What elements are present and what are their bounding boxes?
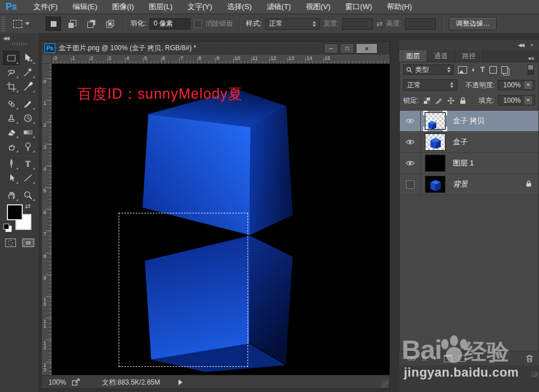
filter-shape-layers-icon[interactable] (489, 66, 497, 74)
add-to-selection-button[interactable] (64, 17, 80, 31)
path-selection-tool[interactable] (3, 171, 19, 185)
layer-visibility-eye-icon[interactable] (400, 111, 421, 131)
feather-input[interactable]: 0 像素 (149, 18, 191, 30)
close-panel-icon[interactable]: × (530, 42, 533, 48)
refine-edge-button[interactable]: 调整边缘… (449, 17, 497, 30)
lock-all-icon[interactable] (459, 96, 467, 105)
panel-tab-1[interactable]: 通道 (427, 50, 455, 62)
zoom-level[interactable]: 100% (48, 378, 66, 386)
crop-tool[interactable] (3, 79, 19, 94)
collapse-dock-icon[interactable]: ◀◀ (3, 35, 9, 41)
eyedropper-tool[interactable] (19, 79, 36, 94)
type-tool[interactable]: T (19, 156, 36, 171)
tool-preset-picker[interactable] (10, 19, 33, 29)
smudge-tool[interactable] (3, 139, 19, 153)
menu-item-7[interactable]: 视图(V) (298, 0, 338, 14)
layer-name[interactable]: 背景 (453, 179, 468, 189)
options-bar-grip[interactable] (1, 17, 5, 31)
delete-layer-icon[interactable] (526, 354, 533, 362)
history-brush-tool[interactable] (19, 111, 36, 125)
menu-item-3[interactable]: 图层(L) (141, 0, 180, 14)
filter-adjustment-layers-icon[interactable]: ◐ (472, 66, 476, 74)
zoom-tool[interactable] (19, 188, 36, 202)
screen-mode-button[interactable] (22, 239, 34, 247)
layer-row-0[interactable]: 盒子 拷贝 (400, 111, 538, 132)
layer-row-2[interactable]: 图层 1 (400, 153, 538, 174)
layer-thumbnail[interactable] (425, 134, 445, 151)
move-tool[interactable] (19, 51, 36, 65)
menu-item-9[interactable]: 帮助(H) (379, 0, 419, 14)
close-button[interactable]: × (356, 43, 378, 54)
export-icon[interactable] (72, 378, 80, 386)
menu-item-0[interactable]: 文件(F) (26, 0, 66, 14)
status-options-icon[interactable] (179, 379, 183, 385)
filter-pixel-layers-icon[interactable] (458, 66, 467, 74)
document-titlebar[interactable]: Ps 盒子图片.png @ 100% (盒子 拷贝, RGB/8#) * ─ □… (42, 42, 390, 55)
menu-item-6[interactable]: 滤镜(T) (259, 0, 298, 14)
filter-type-layers-icon[interactable]: T (480, 66, 484, 74)
clone-stamp-tool[interactable] (3, 111, 19, 125)
filter-smart-objects-icon[interactable] (501, 66, 508, 74)
menu-item-1[interactable]: 编辑(E) (65, 0, 104, 14)
healing-brush-tool[interactable] (3, 96, 19, 111)
new-layer-icon[interactable] (459, 355, 465, 362)
panel-tab-2[interactable]: 路径 (455, 50, 483, 62)
filter-toggle-switch[interactable] (528, 64, 534, 75)
layer-thumbnail[interactable] (425, 112, 445, 130)
window-resize-grip[interactable] (381, 380, 388, 387)
layer-name[interactable]: 图层 1 (453, 158, 474, 168)
panel-tab-0[interactable]: 图层 (399, 50, 427, 62)
layer-row-3[interactable]: 背景 (400, 174, 538, 195)
fill-dropdown-button[interactable] (524, 96, 532, 104)
collapse-panels-icon[interactable]: ◀◀ (518, 42, 524, 48)
swap-colors-icon[interactable]: ⇄ (25, 202, 31, 210)
fill-dropdown[interactable]: 100% (498, 95, 535, 106)
layer-visibility-eye-icon[interactable] (400, 132, 421, 152)
antialias-checkbox[interactable] (194, 20, 202, 28)
tool-dock-grip[interactable] (12, 43, 27, 45)
layer-style-icon[interactable]: fx (422, 355, 427, 362)
menu-item-8[interactable]: 窗口(W) (338, 0, 379, 14)
canvas[interactable]: 百度ID：sunnyMelody夏 (52, 64, 390, 375)
layer-name[interactable]: 盒子 (453, 137, 468, 147)
eraser-tool[interactable] (3, 125, 19, 139)
magic-wand-tool[interactable] (19, 65, 36, 79)
layer-thumbnail[interactable] (425, 176, 445, 193)
panel-menu-icon[interactable]: ▾≡ (528, 55, 539, 62)
rectangular-marquee-tool[interactable] (3, 51, 19, 65)
swap-dimensions-icon[interactable]: ⇄ (376, 19, 383, 28)
pen-tool[interactable] (3, 156, 19, 171)
new-selection-button[interactable] (46, 17, 61, 31)
filter-type-dropdown[interactable]: 类型 (403, 64, 453, 75)
selection-marquee[interactable] (119, 213, 248, 367)
gradient-tool[interactable] (19, 125, 36, 139)
layer-visibility-toggle-empty[interactable] (400, 174, 421, 195)
lasso-tool[interactable] (3, 65, 19, 79)
layer-visibility-eye-icon[interactable] (400, 153, 421, 173)
menu-item-2[interactable]: 图像(I) (105, 0, 141, 14)
maximize-button[interactable]: □ (340, 43, 354, 54)
width-input[interactable] (342, 18, 373, 30)
hand-tool[interactable] (3, 188, 19, 202)
opacity-dropdown-button[interactable] (524, 81, 532, 89)
layer-row-1[interactable]: 盒子 (400, 132, 538, 153)
adjustment-layer-icon[interactable]: ◐ (433, 354, 437, 362)
subtract-from-selection-button[interactable] (83, 17, 99, 31)
layer-name[interactable]: 盒子 拷贝 (453, 116, 485, 126)
opacity-dropdown[interactable]: 100% (498, 80, 535, 90)
layer-thumbnail[interactable] (425, 155, 445, 172)
blend-mode-dropdown[interactable]: 正常 (403, 79, 457, 91)
menu-item-5[interactable]: 选择(S) (220, 0, 259, 14)
intersect-selection-button[interactable] (102, 17, 117, 31)
panel-resize-grip[interactable] (531, 371, 538, 377)
new-group-icon[interactable] (444, 355, 452, 362)
menu-item-4[interactable]: 文字(Y) (180, 0, 220, 14)
quick-mask-button[interactable] (5, 239, 16, 247)
dodge-tool[interactable] (19, 139, 36, 153)
lock-pixels-icon[interactable] (435, 96, 443, 105)
foreground-color-swatch[interactable] (7, 204, 23, 220)
lock-position-icon[interactable] (447, 96, 455, 105)
style-dropdown[interactable]: 正常 (265, 18, 320, 30)
brush-tool[interactable] (19, 96, 36, 111)
line-tool[interactable] (19, 171, 36, 185)
